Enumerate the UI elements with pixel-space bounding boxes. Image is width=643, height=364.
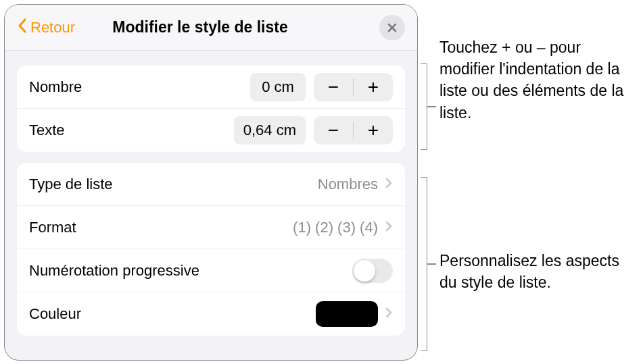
callout-indent: Touchez + ou – pour modifier l'indentati… <box>439 36 636 124</box>
number-indent-value[interactable]: 0 cm <box>250 73 306 101</box>
number-indent-increase[interactable]: + <box>354 73 393 101</box>
text-indent-stepper: − + <box>314 116 393 145</box>
color-row[interactable]: Couleur <box>17 292 405 336</box>
format-label: Format <box>29 219 293 236</box>
callout-bracket <box>421 63 427 150</box>
progressive-row: Numérotation progressive <box>17 249 405 292</box>
callout-bracket <box>421 177 427 351</box>
callout-line <box>427 263 436 265</box>
indent-section: Nombre 0 cm − + Texte 0,64 cm − + <box>17 66 405 152</box>
text-indent-value[interactable]: 0,64 cm <box>234 116 306 145</box>
progressive-label: Numérotation progressive <box>29 262 352 280</box>
number-indent-decrease[interactable]: − <box>314 73 353 101</box>
chevron-right-icon <box>385 220 393 235</box>
panel-header: Retour Modifier le style de liste <box>5 5 417 51</box>
style-section: Type de liste Nombres Format (1) (2) (3)… <box>17 163 405 336</box>
number-indent-label: Nombre <box>29 78 250 96</box>
close-button[interactable] <box>379 15 405 41</box>
callout-line <box>427 106 436 107</box>
panel-title: Modifier le style de liste <box>21 18 379 36</box>
text-indent-increase[interactable]: + <box>354 116 393 145</box>
chevron-right-icon <box>385 307 393 321</box>
progressive-toggle[interactable] <box>352 259 393 283</box>
list-type-label: Type de liste <box>29 176 318 193</box>
text-indent-decrease[interactable]: − <box>314 116 353 145</box>
format-value: (1) (2) (3) (4) <box>293 219 378 236</box>
number-indent-stepper: − + <box>314 73 393 101</box>
list-type-value: Nombres <box>318 176 378 193</box>
list-type-row[interactable]: Type de liste Nombres <box>17 163 405 206</box>
toggle-knob <box>354 260 375 282</box>
text-indent-label: Texte <box>29 122 234 139</box>
color-swatch <box>316 301 378 327</box>
close-icon <box>387 22 398 33</box>
number-indent-row: Nombre 0 cm − + <box>17 66 405 109</box>
edit-list-style-panel: Retour Modifier le style de liste Nombre… <box>4 4 418 361</box>
callout-style: Personnalisez les aspects du style de li… <box>439 250 636 293</box>
chevron-right-icon <box>385 177 393 192</box>
format-row[interactable]: Format (1) (2) (3) (4) <box>17 206 405 249</box>
text-indent-row: Texte 0,64 cm − + <box>17 109 405 152</box>
color-label: Couleur <box>29 305 316 323</box>
